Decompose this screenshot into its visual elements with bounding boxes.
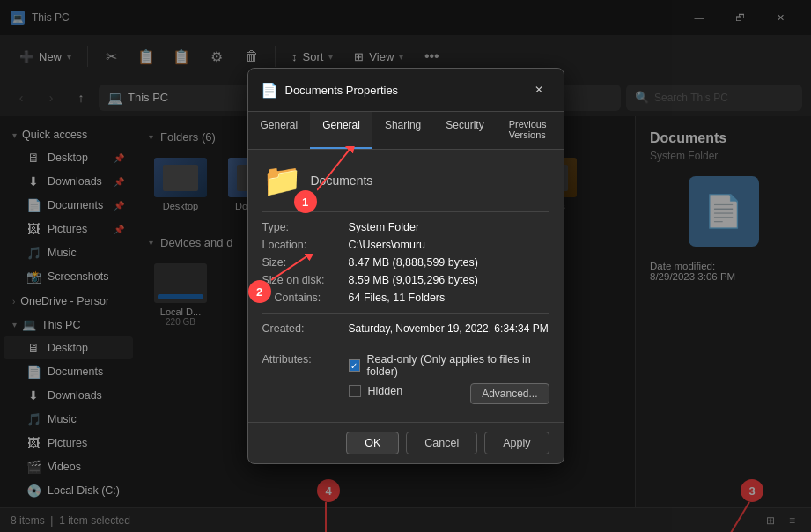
- svg-line-1: [271, 254, 311, 280]
- attributes-controls: ✓ Read-only (Only applies to files in fo…: [349, 353, 549, 404]
- tab-location[interactable]: General: [248, 112, 311, 149]
- type-label: Type:: [262, 221, 342, 233]
- dialog-row-contains: Contains: 64 Files, 11 Folders: [262, 292, 549, 304]
- size-on-disk-value: 8.59 MB (9,015,296 bytes): [349, 274, 478, 286]
- dialog-titlebar: 📄 Documents Properties ✕: [248, 69, 564, 112]
- location-value: C:\Users\omuru: [349, 239, 426, 251]
- annotation-arrow-1: [317, 146, 387, 199]
- annotation-circle-2: 2: [248, 280, 271, 303]
- tab-sharing[interactable]: Sharing: [372, 112, 433, 149]
- dialog-tabs: General General Sharing Security Previou…: [248, 112, 564, 150]
- type-value: System Folder: [349, 221, 420, 233]
- ok-button[interactable]: OK: [346, 432, 399, 454]
- annotation-1: 1: [294, 190, 317, 213]
- tab-general[interactable]: General: [310, 112, 372, 149]
- dialog-sep-3: [262, 344, 549, 344]
- tab-prev-versions[interactable]: Previous Versions: [497, 112, 559, 149]
- advanced-button[interactable]: Advanced...: [470, 383, 549, 404]
- tab-customize[interactable]: Customize: [558, 112, 564, 149]
- contains-value: 64 Files, 11 Folders: [349, 292, 446, 304]
- hidden-label: Hidden: [368, 385, 403, 397]
- size-value: 8.47 MB (8,888,599 bytes): [349, 256, 478, 269]
- dialog-overlay: 📄 Documents Properties ✕ General General…: [0, 0, 811, 532]
- readonly-checkbox[interactable]: ✓: [349, 359, 360, 372]
- cancel-button[interactable]: Cancel: [406, 432, 477, 454]
- created-label: Created:: [262, 322, 342, 335]
- dialog-row-created: Created: Saturday, November 19, 2022, 6:…: [262, 322, 549, 335]
- readonly-row: ✓ Read-only (Only applies to files in fo…: [349, 353, 549, 378]
- readonly-label: Read-only (Only applies to files in fold…: [367, 353, 549, 378]
- dialog-title: Documents Properties: [285, 84, 399, 97]
- dialog-sep-2: [262, 313, 549, 314]
- dialog-folder-icon: 📄: [261, 82, 278, 99]
- annotation-arrow-2: [271, 254, 333, 289]
- location-label: Location:: [262, 239, 342, 251]
- dialog-row-attributes: Attributes: ✓ Read-only (Only applies to…: [262, 353, 549, 404]
- apply-button[interactable]: Apply: [484, 432, 549, 454]
- properties-dialog: 📄 Documents Properties ✕ General General…: [247, 68, 564, 464]
- svg-line-0: [317, 146, 352, 190]
- dialog-title-left: 📄 Documents Properties: [261, 82, 399, 99]
- hidden-checkbox[interactable]: [349, 385, 361, 397]
- attributes-label: Attributes:: [262, 353, 342, 366]
- created-value: Saturday, November 19, 2022, 6:34:34 PM: [349, 322, 549, 335]
- annotation-circle-1: 1: [294, 190, 317, 213]
- contains-label: Contains:: [262, 292, 342, 304]
- dialog-row-type: Type: System Folder: [262, 221, 549, 233]
- annotation-2: 2: [248, 280, 271, 303]
- tab-security[interactable]: Security: [433, 112, 496, 149]
- dialog-row-location: Location: C:\Users\omuru: [262, 239, 549, 251]
- hidden-row: Hidden Advanced...: [349, 383, 549, 404]
- dialog-footer: OK Cancel Apply: [248, 422, 564, 463]
- dialog-close-button[interactable]: ✕: [527, 78, 551, 102]
